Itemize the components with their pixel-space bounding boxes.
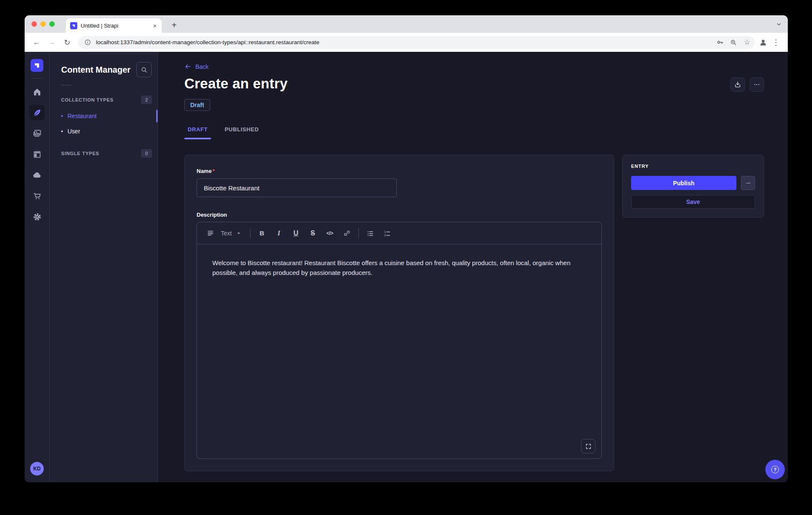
new-tab-button[interactable]: + (168, 19, 180, 31)
sidebar-item-label: Restaurant (68, 113, 96, 119)
collection-types-label: COLLECTION TYPES (61, 97, 113, 102)
main-nav-rail: KD (25, 52, 50, 482)
search-button[interactable] (136, 62, 152, 77)
sidebar-title: Content Manager (61, 65, 130, 75)
back-link[interactable]: Back (184, 63, 209, 70)
single-types-label: SINGLE TYPES (61, 151, 99, 156)
page-title: Create an entry (184, 76, 288, 92)
status-badge: Draft (184, 99, 210, 111)
publish-button[interactable]: Publish (631, 176, 736, 190)
entry-side-panel: ENTRY Publish Save (622, 155, 764, 218)
browser-forward-button[interactable]: → (45, 36, 58, 49)
bullet-icon (61, 130, 63, 132)
browser-toolbar: ← → ↻ localhost:1337/admin/content-manag… (25, 33, 788, 52)
strapi-favicon-icon (70, 22, 77, 29)
expand-editor-icon[interactable] (581, 439, 595, 453)
browser-reload-button[interactable]: ↻ (61, 36, 73, 49)
tab-published[interactable]: PUBLISHED (221, 126, 262, 139)
editor-content-area[interactable]: Welcome to Biscotte restaurant! Restaura… (197, 244, 601, 458)
italic-button[interactable]: I (273, 227, 285, 240)
tab-close-icon[interactable]: × (152, 22, 158, 29)
name-input[interactable] (197, 178, 397, 197)
name-label: Name* (197, 168, 214, 174)
header-more-button[interactable] (750, 77, 764, 92)
password-key-icon[interactable] (715, 37, 725, 48)
sidebar-item-restaurant[interactable]: Restaurant (50, 108, 158, 124)
user-avatar[interactable]: KD (30, 462, 44, 475)
block-type-value: Text (221, 230, 232, 237)
svg-text:1: 1 (384, 230, 386, 233)
content-manager-sidebar: Content Manager COLLECTION TYPES 2 Resta… (50, 52, 158, 482)
entry-form-panel: Name* Description Text (184, 155, 614, 471)
url-text: localhost:1337/admin/content-manager/col… (96, 39, 711, 45)
bold-button[interactable]: B (256, 227, 268, 240)
svg-text:2: 2 (384, 233, 386, 236)
bullet-icon (61, 115, 63, 117)
block-type-dropdown[interactable]: Text (217, 230, 245, 237)
bookmark-star-icon[interactable]: ☆ (742, 37, 752, 48)
publish-more-button[interactable] (741, 176, 755, 190)
question-mark-icon: ? (771, 466, 779, 473)
rail-divider (31, 78, 43, 79)
export-download-button[interactable] (730, 77, 745, 92)
description-label: Description (197, 212, 602, 218)
content-type-builder-icon[interactable] (29, 147, 45, 162)
close-window-button[interactable] (31, 21, 37, 27)
header-actions (730, 77, 764, 92)
home-icon[interactable] (29, 84, 45, 99)
toolbar-separator (250, 228, 251, 238)
chevron-down-icon (236, 230, 242, 236)
numbered-list-icon[interactable]: 12 (381, 227, 394, 240)
marketplace-cart-icon[interactable] (29, 188, 45, 204)
address-bar[interactable]: localhost:1337/admin/content-manager/col… (78, 36, 755, 49)
bullet-list-icon[interactable] (364, 227, 377, 240)
main-content: Back Create an entry Draft DRAFT PUBLISH… (158, 52, 788, 482)
strapi-app: KD Content Manager COLLECTION TYPES 2 Re… (25, 52, 788, 482)
save-button[interactable]: Save (631, 195, 755, 209)
description-text: Welcome to Biscotte restaurant! Restaura… (212, 258, 586, 277)
site-info-icon[interactable] (82, 37, 93, 48)
media-library-icon[interactable] (29, 126, 45, 141)
window-controls (31, 21, 55, 27)
browser-tab-strip: Untitled | Strapi × + (25, 15, 788, 33)
toolbar-separator (358, 228, 359, 238)
back-label: Back (195, 63, 209, 70)
sidebar-item-label: User (68, 128, 80, 135)
browser-tab[interactable]: Untitled | Strapi × (66, 18, 162, 33)
required-mark: * (212, 168, 214, 174)
zoom-window-button[interactable] (49, 21, 55, 27)
tab-search-chevron-icon[interactable] (773, 19, 784, 30)
browser-window: Untitled | Strapi × + ← → ↻ localhost:13… (25, 15, 788, 482)
content-manager-feather-icon[interactable] (29, 105, 45, 120)
underline-button[interactable]: U (290, 227, 302, 240)
entry-panel-title: ENTRY (631, 164, 755, 169)
help-button[interactable]: ? (765, 460, 785, 479)
sidebar-divider (61, 85, 71, 85)
minimize-window-button[interactable] (40, 21, 46, 27)
tab-title: Untitled | Strapi (81, 23, 149, 29)
browser-back-button[interactable]: ← (30, 36, 43, 49)
align-text-icon[interactable] (204, 227, 217, 240)
editor-toolbar: Text B I U S </> (197, 222, 601, 244)
link-icon[interactable] (341, 227, 353, 240)
strapi-logo[interactable] (31, 59, 43, 72)
browser-profile-icon[interactable] (758, 37, 768, 48)
zoom-page-icon[interactable] (728, 37, 739, 48)
sidebar-item-user[interactable]: User (50, 124, 158, 139)
cloud-icon[interactable] (29, 167, 45, 183)
tab-draft[interactable]: DRAFT (184, 126, 211, 139)
browser-menu-icon[interactable]: ⋮ (770, 36, 782, 49)
collection-types-count: 2 (141, 96, 152, 104)
settings-gear-icon[interactable] (29, 209, 45, 224)
code-button[interactable]: </> (324, 227, 336, 240)
strikethrough-button[interactable]: S (307, 227, 319, 240)
rich-text-editor: Text B I U S </> (197, 222, 602, 459)
version-tabs: DRAFT PUBLISHED (184, 126, 764, 139)
single-types-count: 0 (141, 149, 152, 158)
